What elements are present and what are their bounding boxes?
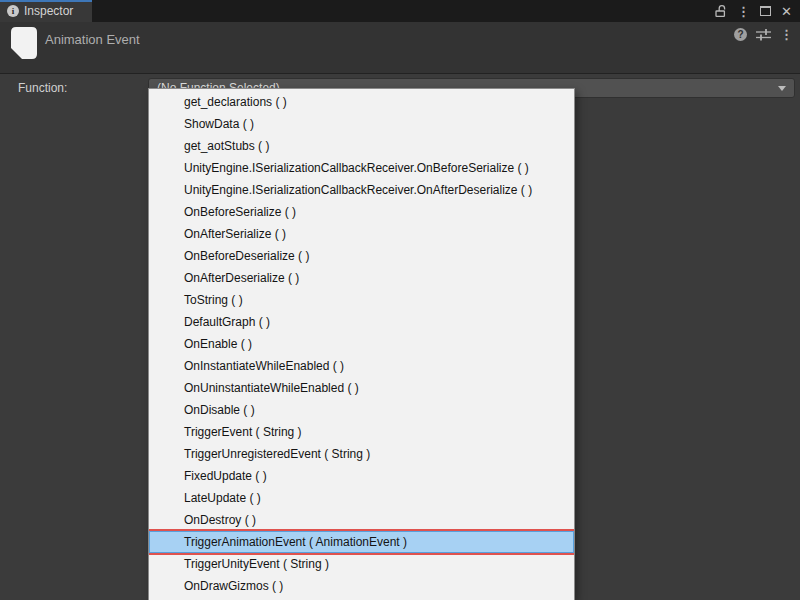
- unlock-icon[interactable]: [714, 5, 727, 18]
- function-menu-item[interactable]: get_aotStubs ( ): [149, 135, 574, 157]
- close-icon[interactable]: ✕: [781, 5, 792, 18]
- function-menu-item[interactable]: OnAfterDeserialize ( ): [149, 267, 574, 289]
- function-menu-item[interactable]: OnDisable ( ): [149, 399, 574, 421]
- function-menu-item[interactable]: OnAfterSerialize ( ): [149, 223, 574, 245]
- window-controls: ⋮ ✕: [714, 5, 800, 18]
- function-menu-item[interactable]: DefaultGraph ( ): [149, 311, 574, 333]
- function-menu-item[interactable]: OnDestroy ( ): [149, 509, 574, 531]
- function-menu-item[interactable]: UnityEngine.ISerializationCallbackReceiv…: [149, 157, 574, 179]
- function-menu-item[interactable]: ToString ( ): [149, 289, 574, 311]
- function-menu-item[interactable]: OnDrawGizmos ( ): [149, 575, 574, 597]
- maximize-icon[interactable]: [760, 6, 771, 16]
- header-menu-icon[interactable]: ⋮: [780, 28, 793, 41]
- tab-label: Inspector: [24, 4, 73, 18]
- function-menu-item[interactable]: OnUninstantiateWhileEnabled ( ): [149, 377, 574, 399]
- page-title: Animation Event: [45, 32, 140, 47]
- function-menu-item[interactable]: OnBeforeDeserialize ( ): [149, 245, 574, 267]
- tab-accent-stripe: [0, 0, 92, 2]
- function-menu-list: get_declarations ( )ShowData ( )get_aotS…: [149, 91, 574, 597]
- function-menu-item[interactable]: TriggerEvent ( String ): [149, 421, 574, 443]
- inspector-window: i Inspector ⋮ ✕ Animation Event ?: [0, 0, 800, 600]
- tab-inspector[interactable]: i Inspector: [0, 0, 92, 22]
- window-menu-icon[interactable]: ⋮: [737, 5, 750, 18]
- chevron-down-icon: [778, 86, 786, 91]
- window-tab-bar: i Inspector ⋮ ✕: [0, 0, 800, 22]
- function-menu-item-highlighted[interactable]: TriggerAnimationEvent ( AnimationEvent ): [149, 531, 574, 553]
- inspector-header: Animation Event ? ⋮: [0, 22, 800, 74]
- asset-document-icon: [10, 26, 38, 60]
- info-icon: i: [7, 5, 19, 17]
- function-menu-item[interactable]: OnEnable ( ): [149, 333, 574, 355]
- function-menu-item[interactable]: ShowData ( ): [149, 113, 574, 135]
- function-menu-item[interactable]: UnityEngine.ISerializationCallbackReceiv…: [149, 179, 574, 201]
- function-label: Function:: [18, 81, 67, 95]
- function-menu-item[interactable]: get_declarations ( ): [149, 91, 574, 113]
- help-icon[interactable]: ?: [734, 28, 747, 41]
- function-dropdown-popup: get_declarations ( )ShowData ( )get_aotS…: [148, 88, 575, 600]
- function-menu-item[interactable]: OnBeforeSerialize ( ): [149, 201, 574, 223]
- function-menu-item[interactable]: TriggerUnityEvent ( String ): [149, 553, 574, 575]
- function-menu-item[interactable]: LateUpdate ( ): [149, 487, 574, 509]
- header-toolbar: ? ⋮: [734, 27, 793, 41]
- presets-icon[interactable]: [756, 28, 771, 41]
- function-menu-item[interactable]: OnInstantiateWhileEnabled ( ): [149, 355, 574, 377]
- function-menu-item[interactable]: TriggerUnregisteredEvent ( String ): [149, 443, 574, 465]
- function-menu-item[interactable]: FixedUpdate ( ): [149, 465, 574, 487]
